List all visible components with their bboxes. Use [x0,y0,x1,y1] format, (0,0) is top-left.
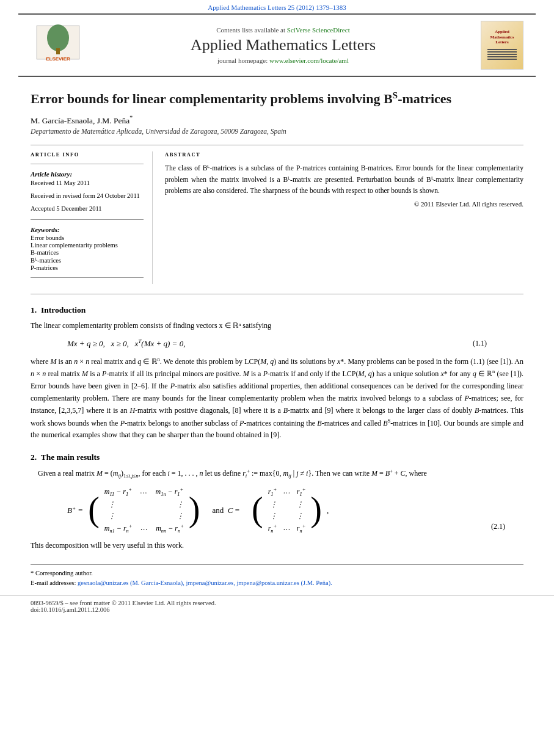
revised-date: Received in revised form 24 October 2011 [31,192,144,201]
keyword-4: Bᴸ-matrices [31,256,144,264]
abstract-title: Abstract [165,151,523,158]
homepage-link[interactable]: www.elsevier.com/locate/aml [269,57,349,64]
email-footnote: E-mail addresses: gesnaola@unizar.es (M.… [31,578,523,588]
thumb-title: AppliedMathematicsLetters [490,29,514,45]
c-matrix-row-1: r1+ … r1+ [268,487,306,497]
introduction-section-title: 1. Introduction [31,305,523,315]
journal-thumbnail: AppliedMathematicsLetters [481,21,523,70]
b-matrix-row-3: ⋮ ⋮ [104,512,184,521]
intro-paragraph-2: where M is an n × n real matrix and q ∈ … [31,355,523,442]
main-results-section-title: 2. The main results [31,453,523,462]
authors-line: M. García-Esnaola, J.M. Peña* [31,114,523,126]
accepted-date: Accepted 5 December 2011 [31,205,144,214]
b-matrix-row-1: m11 − r1+ … m1n − r1+ [104,487,184,497]
c-matrix-row-3: ⋮ ⋮ [268,512,306,521]
equation-2-1: B+ = ( m11 − r1+ … m1n − r1+ ⋮ ⋮ ⋮ [67,487,505,534]
paper-title: Error bounds for linear complementarity … [31,89,523,108]
keywords-bottom-divider [31,277,144,278]
b-matrix-row-2: ⋮ ⋮ [104,500,184,509]
equation-1-1-number: (1.1) [473,339,487,348]
svg-rect-2 [56,48,60,54]
keywords-label: Keywords: [31,226,144,233]
doi-line: doi:10.1016/j.aml.2011.12.006 [31,606,523,613]
keywords-divider [31,219,144,220]
matrix-equation-content: B+ = ( m11 − r1+ … m1n − r1+ ⋮ ⋮ ⋮ [67,487,329,534]
c-matrix-right-bracket: ) [310,492,322,526]
thumb-decoration [487,48,517,61]
copyright-notice: © 2011 Elsevier Ltd. All rights reserved… [165,200,523,208]
main-results-paragraph-2: This decomposition will be very useful i… [31,540,523,552]
journal-citation-text: Applied Mathematics Letters 25 (2012) 13… [208,4,346,11]
received-date: Received 11 May 2011 [31,179,144,188]
matrix-right-bracket: ) [189,492,200,526]
b-plus-label: B+ = [67,505,83,515]
keywords-section: Keywords: Error bounds Linear complement… [31,219,144,278]
c-matrix-row-2: ⋮ ⋮ [268,500,306,509]
intro-paragraph-1: The linear complementarity problem consi… [31,320,523,332]
b-matrix-content: m11 − r1+ … m1n − r1+ ⋮ ⋮ ⋮ ⋮ mn [104,487,184,534]
journal-header: ELSEVIER Contents lists available at Sci… [18,13,536,77]
article-info-column: Article Info Article history: Received 1… [31,151,153,284]
bottom-bar: 0893-9659/$ – see front matter © 2011 El… [0,595,554,617]
keyword-1: Error bounds [31,234,144,241]
section-divider-1 [31,294,523,294]
main-content: Error bounds for linear complementarity … [0,89,554,552]
issn-line: 0893-9659/$ – see front matter © 2011 El… [31,600,523,606]
journal-citation-bar: Applied Mathematics Letters 25 (2012) 13… [0,0,554,13]
article-info-abstract-section: Article Info Article history: Received 1… [31,151,523,284]
journal-title-heading: Applied Mathematics Letters [95,36,471,54]
affiliation-line: Departamento de Matemática Aplicada, Uni… [31,128,523,135]
abstract-text: The class of Bᴸ-matrices is a subclass o… [165,162,523,196]
keyword-3: B-matrices [31,249,144,256]
equation-1-1-content: Mx + q ≥ 0, x ≥ 0, xT(Mx + q) = 0, [67,338,185,349]
sciverse-link[interactable]: SciVerse ScienceDirect [287,26,350,34]
main-results-paragraph-1: Given a real matrix M = (mij)1≤i,j≤n, fo… [31,467,523,481]
c-matrix-left-bracket: ( [252,492,263,526]
svg-point-1 [47,24,69,51]
ai-divider [31,164,144,164]
b-matrix-row-4: mn1 − rn+ … mnn − rn+ [104,523,184,534]
homepage-line: journal homepage: www.elsevier.com/locat… [95,57,471,64]
keyword-2: Linear complementarity problems [31,242,144,249]
keyword-5: P-matrices [31,264,144,271]
and-label: and C = [212,506,239,515]
paper-footer: * Corresponding author. E-mail addresses… [31,564,523,588]
equation-1-1: Mx + q ≥ 0, x ≥ 0, xT(Mx + q) = 0, (1.1) [67,338,487,349]
matrix-left-bracket: ( [88,492,100,526]
header-divider [31,145,523,145]
journal-center-info: Contents lists available at SciVerse Sci… [95,26,471,64]
article-info-title: Article Info [31,151,144,158]
corresponding-author-note: * Corresponding author. [31,569,523,578]
email-link[interactable]: gesnaola@unizar.es (M. García-Esnaola), … [78,580,332,586]
contents-available-line: Contents lists available at SciVerse Sci… [95,26,471,34]
c-matrix-content: r1+ … r1+ ⋮ ⋮ ⋮ ⋮ rn+ … [268,487,306,534]
equation-2-1-number: (2.1) [491,522,505,534]
elsevier-logo: ELSEVIER [31,23,86,68]
history-label: Article history: [31,170,144,178]
abstract-column: Abstract The class of Bᴸ-matrices is a s… [165,151,523,284]
c-matrix-row-4: rn+ … rn+ [268,523,306,534]
svg-text:ELSEVIER: ELSEVIER [46,56,70,62]
